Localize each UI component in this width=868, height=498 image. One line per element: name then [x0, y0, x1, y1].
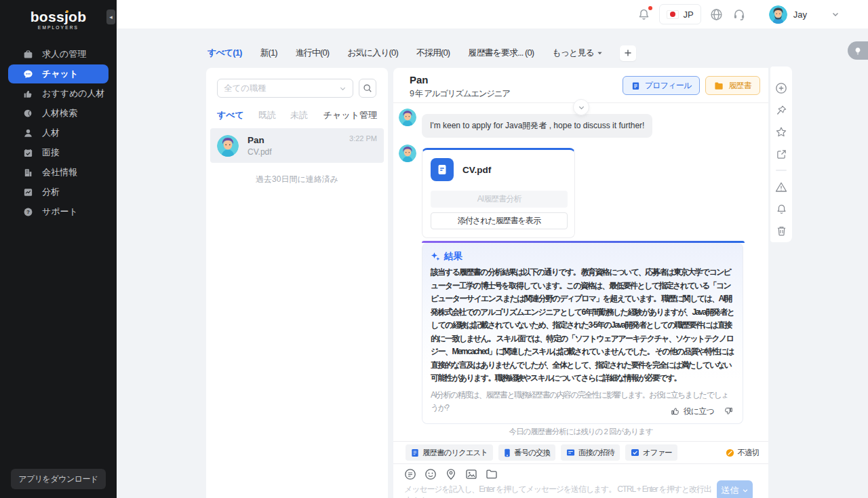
thumbs-up-icon	[671, 406, 680, 416]
sidebar-item-support[interactable]: ? サポート	[8, 202, 108, 221]
globe-icon[interactable]	[710, 8, 723, 21]
chevron-down-icon	[597, 50, 603, 56]
chat-message-bubble: I'm keen to apply for Java開発者 , hope to …	[422, 114, 652, 138]
chat-item-preview: CV.pdf	[248, 147, 349, 157]
profile-button[interactable]: プロフィール	[623, 76, 701, 95]
tab-new[interactable]: 新(1)	[260, 47, 277, 59]
offer-button[interactable]: オファー	[625, 444, 677, 461]
image-icon[interactable]	[465, 468, 477, 480]
analysis-remaining-note: 今日の履歴書分析には残りの 2 回があります	[393, 427, 768, 437]
report-warning-button[interactable]	[775, 176, 787, 198]
interview-invite-button[interactable]: 面接の招待	[561, 444, 620, 461]
user-avatar[interactable]	[769, 5, 787, 24]
bell-icon	[637, 8, 650, 21]
user-name: Jay	[793, 9, 807, 20]
sidebar: bossjob EMPLOYERS ◂ 求人の管理 チャット おすすめの人材 人…	[0, 0, 117, 498]
quick-replies-icon[interactable]	[404, 468, 416, 480]
calendar-check-icon	[23, 148, 33, 158]
talent-search-icon	[23, 109, 33, 119]
japan-flag-icon	[667, 10, 679, 19]
person-icon	[23, 128, 33, 138]
sidebar-item-talent-search[interactable]: 人材検索	[8, 104, 108, 123]
thumbs-up-icon	[23, 89, 33, 99]
ai-resume-analysis-button[interactable]: AI履歴書分析	[431, 191, 568, 208]
download-app-button[interactable]: アプリをダウンロード	[11, 469, 106, 489]
tab-resume-requested[interactable]: 履歴書を要求... (0)	[468, 47, 534, 59]
phone-icon	[504, 448, 511, 457]
chevron-down-icon	[742, 487, 749, 494]
sidebar-menu: 求人の管理 チャット おすすめの人材 人材検索 人材 面接 会社情報 分析	[0, 45, 117, 221]
sidebar-item-recommended[interactable]: おすすめの人材	[8, 84, 108, 103]
star-button[interactable]	[775, 121, 787, 143]
folder-icon	[714, 81, 724, 90]
tab-more[interactable]: もっと見る	[552, 47, 603, 59]
divider	[776, 170, 787, 171]
sidebar-item-chat[interactable]: チャット	[8, 64, 108, 83]
share-button[interactable]	[776, 143, 787, 165]
briefcase-icon	[23, 50, 33, 60]
notification-bell[interactable]	[637, 8, 650, 21]
sidebar-item-jobs[interactable]: 求人の管理	[8, 45, 108, 64]
attachment-filename: CV.pdf	[462, 165, 491, 175]
message-row: CV.pdf AI履歴書分析 添付された履歴書を表示	[399, 145, 575, 238]
chevron-down-icon	[339, 85, 347, 92]
sidebar-item-analytics[interactable]: 分析	[8, 183, 108, 202]
send-button[interactable]: 送信	[717, 480, 753, 498]
filter-unread[interactable]: 未読	[290, 109, 308, 121]
resume-request-icon	[411, 448, 419, 457]
language-selector[interactable]: JP	[659, 4, 701, 24]
mute-bell-button[interactable]	[776, 198, 787, 220]
search-icon	[363, 83, 372, 93]
thumbs-down-button[interactable]	[724, 406, 733, 416]
pin-button[interactable]	[776, 99, 787, 121]
help-widget[interactable]	[848, 41, 868, 60]
tab-rejected[interactable]: 不採用(0)	[416, 47, 450, 59]
resume-attachment-card: CV.pdf AI履歴書分析 添付された履歴書を表示	[422, 148, 575, 238]
helpful-button[interactable]: 役に立つ	[671, 406, 714, 417]
folder-icon[interactable]	[486, 468, 498, 480]
avatar	[217, 135, 239, 157]
emoji-icon[interactable]	[425, 468, 437, 480]
search-button[interactable]	[359, 79, 376, 98]
message-row: I'm keen to apply for Java開発者 , hope to …	[399, 109, 652, 138]
logo: bossjob EMPLOYERS	[0, 0, 117, 30]
add-circle-button[interactable]	[775, 77, 787, 99]
sidebar-item-talent[interactable]: 人材	[8, 123, 108, 142]
filter-read[interactable]: 既読	[258, 109, 276, 121]
tab-in-progress[interactable]: 進行中(0)	[296, 47, 330, 59]
location-icon[interactable]	[445, 468, 457, 480]
message-input[interactable]: メッセージを記入し、Enter を押してメッセージを送信します。 CTRL + …	[404, 484, 717, 498]
chat-manage-link[interactable]: チャット管理	[323, 109, 377, 121]
collapse-chat-button[interactable]	[573, 99, 589, 115]
chat-filters: すべて 既読 未読 チャット管理	[206, 109, 388, 121]
sparkle-icon	[431, 252, 440, 261]
view-attached-resume-button[interactable]: 添付された履歴書を表示	[431, 212, 568, 229]
sidebar-item-interviews[interactable]: 面接	[8, 143, 108, 162]
pdf-file-icon	[431, 158, 454, 181]
chat-list-item[interactable]: Pan CV.pdf 3:22 PM	[210, 128, 384, 163]
result-body: 該当する履歴書の分析結果は以下の通りです。 教育資格について、応募者は東京大学で…	[431, 266, 734, 385]
inappropriate-icon	[726, 448, 734, 457]
topbar: JP Jay	[117, 0, 868, 28]
result-accent-bar	[422, 241, 745, 243]
question-icon: ?	[23, 207, 33, 217]
tab-all[interactable]: すべて(1)	[208, 47, 241, 59]
support-headset-icon[interactable]	[732, 7, 746, 21]
tab-favorites[interactable]: お気に入り(0)	[347, 47, 398, 59]
filter-all[interactable]: すべて	[217, 109, 244, 121]
logo-subtitle: EMPLOYERS	[0, 25, 117, 30]
resume-button[interactable]: 履歴書	[705, 76, 760, 95]
add-tab-button[interactable]	[620, 45, 636, 61]
user-menu-chevron-icon[interactable]	[831, 10, 840, 18]
sidebar-item-company[interactable]: 会社情報	[8, 163, 108, 182]
request-resume-button[interactable]: 履歴書のリクエスト	[406, 444, 493, 461]
job-filter-select[interactable]: 全ての職種	[217, 79, 353, 98]
sidebar-collapse-button[interactable]: ◂	[106, 9, 115, 24]
building-icon	[23, 168, 33, 178]
exchange-number-button[interactable]: 番号の交換	[498, 444, 555, 461]
delete-button[interactable]	[776, 221, 787, 242]
interview-icon	[566, 448, 575, 457]
chat-header: Pan 9 年 アルゴリズムエンジニア プロフィール 履歴書	[393, 68, 768, 103]
profile-doc-icon	[631, 81, 640, 90]
report-inappropriate-button[interactable]: 不適切	[722, 448, 764, 458]
